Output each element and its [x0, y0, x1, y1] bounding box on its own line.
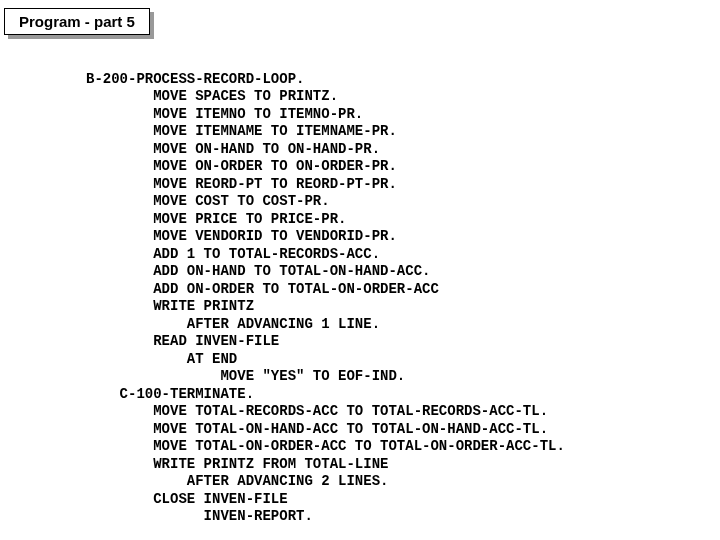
code-line: MOVE TOTAL-RECORDS-ACC TO TOTAL-RECORDS-…	[86, 403, 548, 419]
code-line: ADD ON-ORDER TO TOTAL-ON-ORDER-ACC	[86, 281, 439, 297]
code-line: MOVE SPACES TO PRINTZ.	[86, 88, 338, 104]
code-line: MOVE PRICE TO PRICE-PR.	[86, 211, 346, 227]
code-line: MOVE ON-HAND TO ON-HAND-PR.	[86, 141, 380, 157]
code-line: MOVE COST TO COST-PR.	[86, 193, 330, 209]
code-line: AFTER ADVANCING 1 LINE.	[86, 316, 380, 332]
code-line: CLOSE INVEN-FILE	[86, 491, 288, 507]
code-block: B-200-PROCESS-RECORD-LOOP. MOVE SPACES T…	[86, 53, 720, 526]
code-line: WRITE PRINTZ	[86, 298, 254, 314]
code-line: ADD 1 TO TOTAL-RECORDS-ACC.	[86, 246, 380, 262]
code-line: INVEN-REPORT.	[86, 508, 313, 524]
code-line: C-100-TERMINATE.	[86, 386, 254, 402]
code-line: MOVE TOTAL-ON-ORDER-ACC TO TOTAL-ON-ORDE…	[86, 438, 565, 454]
code-line: MOVE TOTAL-ON-HAND-ACC TO TOTAL-ON-HAND-…	[86, 421, 548, 437]
code-line: MOVE VENDORID TO VENDORID-PR.	[86, 228, 397, 244]
code-line: B-200-PROCESS-RECORD-LOOP.	[86, 71, 304, 87]
code-line: ADD ON-HAND TO TOTAL-ON-HAND-ACC.	[86, 263, 430, 279]
code-line: AT END	[86, 351, 237, 367]
page-title: Program - part 5	[4, 8, 150, 35]
code-line: READ INVEN-FILE	[86, 333, 279, 349]
code-line: WRITE PRINTZ FROM TOTAL-LINE	[86, 456, 388, 472]
title-box: Program - part 5	[4, 8, 150, 35]
code-line: AFTER ADVANCING 2 LINES.	[86, 473, 388, 489]
code-line: MOVE REORD-PT TO REORD-PT-PR.	[86, 176, 397, 192]
code-line: MOVE ON-ORDER TO ON-ORDER-PR.	[86, 158, 397, 174]
code-line: MOVE ITEMNO TO ITEMNO-PR.	[86, 106, 363, 122]
code-line: MOVE "YES" TO EOF-IND.	[86, 368, 405, 384]
code-line: MOVE ITEMNAME TO ITEMNAME-PR.	[86, 123, 397, 139]
